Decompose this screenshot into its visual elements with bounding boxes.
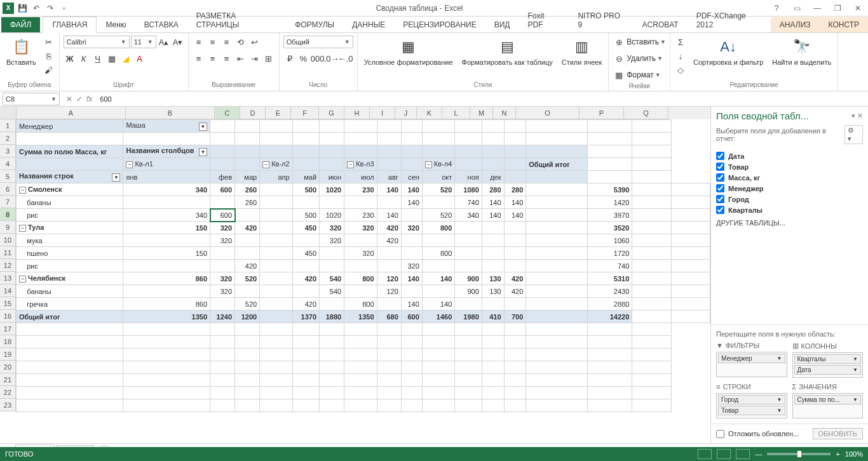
format-cells-icon[interactable]: ▦: [613, 69, 625, 81]
tab-foxit[interactable]: Foxit PDF: [519, 8, 569, 32]
row-header[interactable]: 21: [0, 373, 16, 386]
field-checkbox[interactable]: [716, 195, 724, 203]
tab-pdfx[interactable]: PDF-XChange 2012: [688, 8, 771, 32]
align-left-icon[interactable]: ≡: [193, 52, 205, 65]
cancel-formula-icon[interactable]: ✕: [66, 95, 72, 104]
row-header[interactable]: 19: [0, 348, 16, 361]
field-item[interactable]: Масса, кг: [716, 172, 863, 183]
row-header[interactable]: 6: [0, 183, 16, 196]
field-checkbox[interactable]: [716, 163, 724, 171]
update-button[interactable]: ОБНОВИТЬ: [813, 428, 863, 439]
col-header[interactable]: A: [17, 107, 126, 119]
font-name-combo[interactable]: Calibri▼: [64, 36, 130, 48]
conditional-formatting-button[interactable]: ▦Условное форматирование: [362, 36, 456, 67]
field-item[interactable]: Кварталы: [716, 204, 863, 215]
tab-analyze[interactable]: АНАЛИЗ: [771, 17, 820, 32]
tab-menu[interactable]: Меню: [97, 17, 135, 32]
tab-home[interactable]: ГЛАВНАЯ: [43, 17, 97, 33]
zoom-in-icon[interactable]: +: [836, 450, 839, 458]
percent-icon[interactable]: %: [297, 52, 310, 65]
area-columns[interactable]: ▥КОЛОННЫКварталы▼Дата▼: [792, 342, 864, 378]
field-item[interactable]: Менеджер: [716, 183, 863, 194]
orientation-icon[interactable]: ⟲: [234, 36, 247, 48]
area-chip[interactable]: Город▼: [718, 395, 785, 404]
field-checkbox[interactable]: [716, 184, 724, 192]
number-format-combo[interactable]: Общий▼: [283, 36, 353, 48]
format-painter-icon[interactable]: 🖌: [43, 63, 55, 76]
bold-button[interactable]: Ж: [64, 52, 76, 65]
currency-icon[interactable]: ₽: [283, 52, 296, 65]
name-box[interactable]: C8▼: [3, 93, 60, 105]
select-all-corner[interactable]: [0, 107, 17, 119]
row-header[interactable]: 16: [0, 310, 16, 323]
sort-filter-button[interactable]: A↓Сортировка и фильтр: [691, 36, 766, 67]
merge-icon[interactable]: ⊞: [262, 52, 275, 65]
col-header[interactable]: F: [291, 107, 319, 119]
shrink-font-icon[interactable]: A▾: [172, 36, 184, 48]
insert-cells-icon[interactable]: ⊕: [613, 36, 625, 48]
redo-icon[interactable]: ↷: [44, 3, 56, 14]
inc-decimal-icon[interactable]: .0→: [325, 52, 338, 65]
area-rows[interactable]: ≡СТРОКИГород▼Товар▼: [716, 383, 787, 418]
wrap-text-icon[interactable]: ↩: [248, 36, 261, 48]
minimize-icon[interactable]: —: [810, 4, 825, 13]
col-header[interactable]: K: [417, 107, 442, 119]
row-header[interactable]: 17: [0, 323, 16, 335]
tab-file[interactable]: ФАЙЛ: [1, 17, 40, 32]
row-header[interactable]: 9: [0, 221, 16, 234]
zoom-slider[interactable]: [767, 453, 831, 455]
col-header[interactable]: M: [470, 107, 493, 119]
row-header[interactable]: 8: [0, 208, 16, 221]
row-header[interactable]: 2: [0, 132, 16, 145]
new-doc-icon[interactable]: ▫: [58, 3, 70, 14]
comma-icon[interactable]: 000: [311, 52, 324, 65]
pivot-table[interactable]: МенеджерМаша▼Сумма по полю Масса, кгНазв…: [16, 119, 710, 412]
spreadsheet-grid[interactable]: A B C D E F G H I J K L M N O P Q 123456…: [0, 107, 710, 443]
tab-view[interactable]: ВИД: [485, 17, 519, 32]
underline-button[interactable]: Ч: [92, 52, 104, 65]
page-layout-view-icon[interactable]: [717, 449, 731, 459]
autosum-icon[interactable]: Σ: [674, 36, 687, 48]
delete-cells-icon[interactable]: ⊖: [613, 52, 625, 65]
tab-formulas[interactable]: ФОРМУЛЫ: [286, 17, 343, 32]
cell-styles-button[interactable]: ▥Стили ячеек: [559, 36, 604, 67]
row-header[interactable]: 22: [0, 386, 16, 399]
row-header[interactable]: 10: [0, 234, 16, 246]
close-icon[interactable]: ✕: [850, 4, 865, 13]
zoom-out-icon[interactable]: —: [755, 450, 762, 458]
formula-input[interactable]: 600: [96, 95, 868, 103]
tab-nitro[interactable]: NITRO PRO 9: [569, 8, 633, 32]
accept-formula-icon[interactable]: ✓: [76, 95, 83, 104]
field-checkbox[interactable]: [716, 206, 724, 214]
row-header[interactable]: 11: [0, 246, 16, 259]
col-header[interactable]: C: [215, 107, 240, 119]
copy-icon[interactable]: ⎘: [43, 50, 55, 62]
save-icon[interactable]: 💾: [17, 3, 28, 14]
help-icon[interactable]: ?: [769, 4, 784, 13]
field-checkbox[interactable]: [716, 152, 724, 160]
row-header[interactable]: 5: [0, 170, 16, 183]
font-color-icon[interactable]: A: [133, 52, 146, 65]
col-header[interactable]: O: [516, 107, 580, 119]
col-header[interactable]: P: [580, 107, 624, 119]
find-select-button[interactable]: 🔭Найти и выделить: [770, 36, 834, 67]
area-chip[interactable]: Сумма по по...▼: [794, 395, 862, 404]
row-header[interactable]: 3: [0, 145, 16, 157]
col-header[interactable]: J: [395, 107, 417, 119]
area-chip[interactable]: Менеджер▼: [718, 354, 785, 363]
col-header[interactable]: E: [266, 107, 291, 119]
field-checkbox[interactable]: [716, 173, 724, 182]
tab-review[interactable]: РЕЦЕНЗИРОВАНИЕ: [394, 17, 485, 32]
align-mid-icon[interactable]: ≡: [207, 36, 219, 48]
align-top-icon[interactable]: ≡: [193, 36, 205, 48]
col-header[interactable]: Q: [624, 107, 668, 119]
fill-color-icon[interactable]: ◢: [119, 52, 132, 65]
row-header[interactable]: 20: [0, 361, 16, 373]
row-header[interactable]: 4: [0, 157, 16, 170]
align-bot-icon[interactable]: ≡: [220, 36, 233, 48]
grow-font-icon[interactable]: A▴: [158, 36, 170, 48]
col-header[interactable]: N: [493, 107, 516, 119]
other-tables-link[interactable]: ДРУГИЕ ТАБЛИЦЫ...: [716, 215, 863, 230]
indent-dec-icon[interactable]: ⇤: [234, 52, 247, 65]
col-header[interactable]: H: [344, 107, 370, 119]
